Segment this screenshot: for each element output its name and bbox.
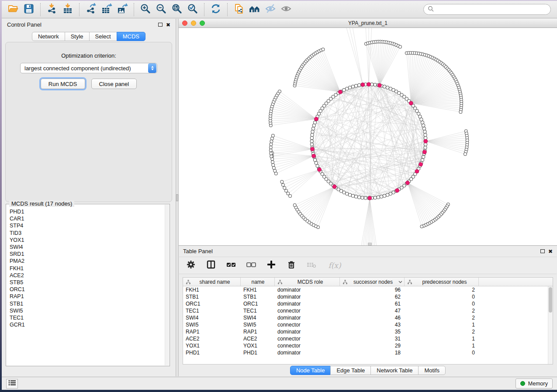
graph-leaf-node[interactable] [278, 90, 281, 93]
table-row[interactable]: STB1STB1dominator620 [183, 293, 553, 300]
graph-node[interactable] [374, 196, 377, 199]
graph-leaf-node[interactable] [459, 110, 462, 113]
mcds-node-item[interactable]: STB5 [10, 279, 164, 286]
graph-node[interactable] [386, 193, 389, 196]
graph-leaf-node[interactable] [282, 183, 285, 186]
graph-node[interactable] [423, 130, 426, 133]
table-scrollbar[interactable] [548, 286, 553, 364]
search-input[interactable] [436, 5, 550, 14]
tab-edge-table[interactable]: Edge Table [330, 366, 371, 375]
graph-node[interactable] [351, 85, 354, 88]
mcds-node-item[interactable]: GCR1 [10, 321, 164, 328]
graph-node[interactable] [316, 164, 319, 167]
mcds-node-item[interactable]: PMA2 [10, 258, 164, 265]
select-all-rows-button[interactable] [225, 260, 237, 271]
graph-node[interactable] [312, 124, 315, 127]
graph-node[interactable] [313, 121, 316, 124]
graph-hub-node[interactable] [311, 147, 315, 151]
table-row[interactable]: SWI4SWI4dominator462 [183, 314, 553, 321]
tab-select[interactable]: Select [89, 32, 117, 41]
table-row[interactable]: ACE2ACE2connector311 [183, 335, 553, 342]
mcds-node-item[interactable]: RAP1 [10, 293, 164, 300]
graph-node[interactable] [346, 87, 349, 90]
graph-leaf-node[interactable] [285, 189, 288, 193]
splitter-grip[interactable] [176, 194, 178, 201]
graph-hub-node[interactable] [367, 83, 371, 86]
graph-leaf-node[interactable] [272, 166, 275, 169]
export-image-button[interactable] [114, 3, 130, 17]
graph-leaf-node[interactable] [280, 180, 284, 183]
graph-node[interactable] [311, 127, 315, 130]
criterion-dropdown[interactable]: largest connected component (undirected) [20, 63, 157, 73]
graph-leaf-node[interactable] [270, 140, 273, 143]
graph-leaf-node[interactable] [270, 152, 273, 155]
column-header-shared-name[interactable]: shared name [183, 278, 241, 286]
network-graph[interactable] [179, 28, 557, 245]
mcds-node-item[interactable]: TEC1 [10, 314, 164, 321]
table-settings-button[interactable] [185, 260, 197, 271]
import-table-button[interactable] [60, 3, 76, 17]
delete-table-button[interactable] [306, 260, 317, 271]
graph-leaf-node[interactable] [271, 134, 274, 137]
graph-node[interactable] [421, 121, 424, 124]
mcds-node-item[interactable]: CAR1 [10, 215, 164, 222]
save-session-button[interactable] [21, 3, 37, 17]
tab-mcds[interactable]: MCDS [117, 32, 145, 41]
vertical-splitter[interactable] [176, 19, 179, 376]
mcds-node-item[interactable]: TID3 [10, 230, 164, 237]
graph-node[interactable] [389, 87, 392, 90]
mcds-list-scrollbar[interactable] [165, 205, 169, 365]
add-column-button[interactable] [266, 260, 277, 271]
graph-node[interactable] [351, 194, 354, 197]
open-session-button[interactable] [5, 3, 21, 17]
graph-node[interactable] [377, 196, 380, 199]
graph-node[interactable] [422, 127, 426, 130]
mcds-result-list[interactable]: PHD1CAR1STP4TID3YOX1SWI4SRD1PMA2FKH1ACE2… [7, 206, 164, 365]
graph-leaf-node[interactable] [399, 45, 402, 48]
export-table-button[interactable] [99, 3, 114, 17]
graph-node[interactable] [348, 86, 351, 89]
refresh-button[interactable] [208, 3, 224, 17]
graph-leaf-node[interactable] [289, 195, 292, 198]
graph-node[interactable] [346, 192, 349, 195]
graph-leaf-node[interactable] [272, 164, 275, 167]
graph-node[interactable] [358, 196, 361, 199]
mcds-node-item[interactable]: ACE2 [10, 272, 164, 279]
column-header-name[interactable]: name [241, 278, 275, 286]
graph-hub-node[interactable] [415, 169, 419, 173]
graph-node[interactable] [364, 196, 367, 199]
graph-node[interactable] [310, 143, 313, 146]
graph-node[interactable] [315, 162, 318, 165]
memory-button[interactable]: Memory [515, 378, 553, 389]
graph-hub-node[interactable] [368, 196, 372, 200]
graph-hub-node[interactable] [424, 139, 428, 143]
zoom-in-button[interactable] [138, 3, 153, 17]
graph-node[interactable] [380, 195, 383, 198]
graph-node[interactable] [419, 115, 422, 118]
network-canvas[interactable] [179, 28, 557, 245]
table-scrollbar-thumb[interactable] [549, 287, 552, 313]
graph-hub-node[interactable] [409, 101, 413, 105]
tab-style[interactable]: Style [65, 32, 90, 41]
close-table-panel-icon[interactable]: ✖ [548, 249, 553, 254]
graph-node[interactable] [392, 191, 395, 194]
graph-node[interactable] [354, 195, 357, 198]
table-row[interactable]: TEC1TEC1connector472 [183, 307, 553, 314]
graph-leaf-node[interactable] [274, 172, 277, 175]
table-row[interactable]: SWI5SWI5connector431 [183, 321, 553, 328]
hide-selected-button[interactable] [263, 3, 278, 17]
table-row[interactable]: FKH1FKH1dominator962 [183, 286, 553, 293]
network-titlebar[interactable]: YPA_prune.txt_1 [179, 19, 557, 28]
mcds-node-item[interactable]: FKH1 [10, 265, 164, 272]
window-maximize-icon[interactable] [200, 21, 205, 26]
graph-node[interactable] [420, 118, 423, 121]
graph-node[interactable] [343, 89, 346, 92]
show-columns-button[interactable] [205, 260, 217, 271]
window-minimize-icon[interactable] [191, 21, 196, 26]
graph-hub-node[interactable] [378, 83, 382, 87]
graph-leaf-node[interactable] [287, 192, 290, 195]
delete-column-button[interactable] [286, 260, 297, 271]
graph-hub-node[interactable] [339, 90, 343, 94]
graph-node[interactable] [383, 194, 386, 197]
graph-node[interactable] [374, 83, 377, 86]
